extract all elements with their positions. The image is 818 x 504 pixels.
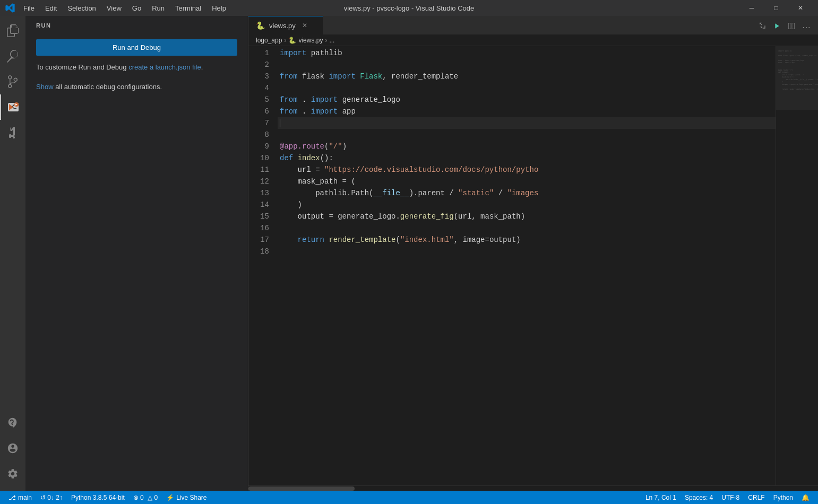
sidebar-desc-text2: .	[201, 63, 203, 71]
live-share-text: Live Share	[176, 494, 206, 501]
python-version-text: Python 3.8.5 64-bit	[71, 494, 125, 501]
menu-file[interactable]: File	[19, 3, 39, 13]
breadcrumb-python-icon: 🐍	[288, 37, 296, 44]
python-file-icon: 🐍	[256, 21, 265, 30]
code-line-3: from flask import Flask, render_template	[278, 71, 776, 82]
status-language[interactable]: Python	[769, 491, 797, 504]
tab-close-button[interactable]: ✕	[300, 21, 309, 30]
maximize-button[interactable]: □	[764, 0, 788, 16]
more-actions-icon[interactable]: ⋯	[800, 20, 813, 34]
code-line-13: pathlib.Path(__file__).parent / "static"…	[278, 187, 776, 199]
tab-views-py[interactable]: 🐍 views.py ✕	[248, 16, 323, 34]
status-encoding[interactable]: UTF-8	[717, 491, 744, 504]
status-cursor-position[interactable]: Ln 7, Col 1	[641, 491, 681, 504]
sidebar-panel: RUN Run and Debug To customize Run and D…	[25, 16, 248, 491]
status-sync[interactable]: ↺ 0↓ 2↑	[36, 491, 67, 504]
code-line-10: def index():	[278, 152, 776, 164]
git-branch-icon: ⎇	[8, 494, 16, 501]
scrollbar-thumb[interactable]	[248, 486, 355, 491]
sidebar-show-debug: Show all automatic debug configurations.	[25, 73, 248, 93]
encoding-text: UTF-8	[721, 494, 739, 501]
code-line-2	[278, 59, 776, 71]
split-editor-icon[interactable]	[785, 20, 798, 34]
activity-bar-bottom	[0, 410, 25, 491]
activity-bar	[0, 16, 25, 491]
spaces-text: Spaces: 4	[685, 494, 713, 501]
live-share-icon: ⚡	[166, 494, 174, 501]
line-numbers: 1 2 3 4 5 6 7 8 9 10 11 12 13 14 15 16 1…	[248, 46, 278, 485]
run-debug-icon[interactable]	[0, 94, 25, 120]
menu-terminal[interactable]: Terminal	[171, 3, 205, 13]
breadcrumb-ellipsis[interactable]: ...	[329, 37, 334, 44]
status-python-version[interactable]: Python 3.8.5 64-bit	[67, 491, 129, 504]
code-content[interactable]: import pathlib from flask import Flask, …	[278, 46, 776, 485]
close-button[interactable]: ✕	[788, 0, 813, 16]
breadcrumb-sep1: ›	[284, 37, 286, 44]
title-bar-left: File Edit Selection View Go Run Terminal…	[5, 3, 230, 13]
sidebar-desc-text3: all automatic debug configurations.	[54, 83, 162, 91]
horizontal-scrollbar[interactable]	[248, 485, 818, 491]
status-errors[interactable]: ⊗ 0 △ 0	[129, 491, 162, 504]
menu-help[interactable]: Help	[208, 3, 230, 13]
menu-run[interactable]: Run	[148, 3, 169, 13]
title-bar: File Edit Selection View Go Run Terminal…	[0, 0, 818, 16]
tab-filename: views.py	[269, 22, 296, 30]
status-notifications[interactable]: 🔔	[797, 491, 814, 504]
minimap-viewport	[776, 46, 818, 110]
remote-icon[interactable]	[0, 410, 25, 436]
status-spaces[interactable]: Spaces: 4	[681, 491, 717, 504]
errors-text: ⊗ 0	[133, 494, 144, 501]
breadcrumb: logo_app › 🐍 views.py › ...	[248, 34, 818, 46]
code-line-7	[278, 117, 776, 129]
create-launch-json-link[interactable]: create a launch.json file	[128, 63, 201, 71]
sidebar-desc-text1: To customize Run and Debug	[36, 63, 128, 71]
code-line-6: from . import app	[278, 106, 776, 117]
code-line-12: mask_path = (	[278, 176, 776, 187]
status-branch-name: main	[18, 494, 32, 501]
status-bar: ⎇ main ↺ 0↓ 2↑ Python 3.8.5 64-bit ⊗ 0 △…	[0, 491, 818, 504]
menu-go[interactable]: Go	[128, 3, 145, 13]
code-line-8	[278, 129, 776, 141]
open-changes-icon[interactable]	[755, 20, 768, 34]
explorer-icon[interactable]	[0, 18, 25, 44]
search-icon[interactable]	[0, 44, 25, 69]
menu-edit[interactable]: Edit	[41, 3, 61, 13]
menu-bar: File Edit Selection View Go Run Terminal…	[19, 3, 230, 13]
status-line-ending[interactable]: CRLF	[744, 491, 769, 504]
title-text: views.py - pvscc-logo - Visual Studio Co…	[344, 4, 474, 12]
settings-icon[interactable]	[0, 461, 25, 486]
editor-area: 🐍 views.py ✕	[248, 16, 818, 491]
minimize-button[interactable]: ─	[739, 0, 764, 16]
account-icon[interactable]	[0, 436, 25, 461]
notification-bell-icon: 🔔	[802, 494, 810, 501]
source-control-icon[interactable]	[0, 69, 25, 94]
code-line-14: )	[278, 199, 776, 211]
breadcrumb-sep2: ›	[325, 37, 327, 44]
warnings-text: △ 0	[146, 494, 158, 501]
breadcrumb-logo-app[interactable]: logo_app	[256, 37, 282, 44]
show-debug-configs-link[interactable]: Show	[36, 83, 54, 91]
code-line-5: from . import generate_logo	[278, 94, 776, 106]
code-line-4	[278, 82, 776, 94]
code-line-16	[278, 222, 776, 234]
vscode-logo-icon	[5, 3, 15, 13]
code-line-9: @app.route("/")	[278, 141, 776, 152]
window-controls: ─ □ ✕	[739, 0, 813, 16]
sidebar-header: RUN	[25, 16, 248, 33]
run-file-icon[interactable]	[770, 20, 783, 34]
menu-view[interactable]: View	[102, 3, 126, 13]
status-live-share[interactable]: ⚡ Live Share	[162, 491, 211, 504]
breadcrumb-views-py[interactable]: views.py	[298, 37, 323, 44]
cursor-position-text: Ln 7, Col 1	[645, 494, 676, 501]
code-editor[interactable]: 1 2 3 4 5 6 7 8 9 10 11 12 13 14 15 16 1…	[248, 46, 818, 485]
extensions-icon[interactable]	[0, 120, 25, 145]
sync-icon: ↺ 0↓ 2↑	[40, 494, 63, 501]
code-line-11: url = "https://code.visualstudio.com/doc…	[278, 164, 776, 176]
status-branch[interactable]: ⎇ main	[4, 491, 36, 504]
minimap[interactable]: import pathlib from flask import Flask, …	[776, 46, 818, 485]
run-debug-button[interactable]: Run and Debug	[36, 39, 237, 56]
code-line-1: import pathlib	[278, 47, 776, 59]
main-area: RUN Run and Debug To customize Run and D…	[0, 16, 818, 491]
menu-selection[interactable]: Selection	[63, 3, 100, 13]
sidebar-description: To customize Run and Debug create a laun…	[25, 62, 248, 73]
